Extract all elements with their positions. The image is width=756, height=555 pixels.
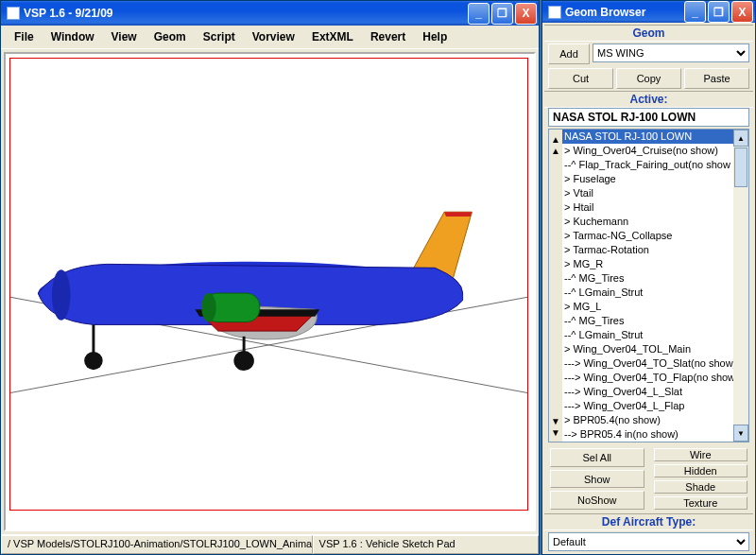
minimize-button[interactable]: _ xyxy=(684,1,706,23)
side-titlebar[interactable]: Geom Browser _ ❐ X xyxy=(542,1,755,23)
shade-button[interactable]: Shade xyxy=(654,480,748,494)
sketch-canvas-frame xyxy=(4,52,536,531)
list-item[interactable]: > MG_L xyxy=(562,300,733,314)
selall-button[interactable]: Sel All xyxy=(550,448,644,467)
list-item[interactable]: --^ LGmain_Strut xyxy=(562,328,733,342)
reorder-arrows: ▲ ▲ ▼ ▼ xyxy=(549,130,562,442)
list-item[interactable]: --^ MG_Tires xyxy=(562,271,733,286)
svg-point-11 xyxy=(84,352,103,370)
add-button[interactable]: Add xyxy=(548,43,590,64)
statusbar: / VSP Models/STOLRJ100-Animation/STOLRJ1… xyxy=(1,534,539,554)
menu-view[interactable]: View xyxy=(104,28,145,45)
main-titlebar[interactable]: VSP 1.6 - 9/21/09 _ ❐ X xyxy=(1,1,539,26)
geom-type-select[interactable]: MS WING xyxy=(593,43,749,62)
geom-list[interactable]: NASA STOL RJ-100 LOWN > Wing_Over04_Crui… xyxy=(562,130,733,442)
app-icon xyxy=(7,7,20,20)
active-geom-name: NASA STOL RJ-100 LOWN xyxy=(548,108,749,127)
double-up-icon[interactable]: ▲ xyxy=(550,133,561,145)
list-item[interactable]: > Tarmac-NG_Collapse xyxy=(562,229,733,243)
cut-button[interactable]: Cut xyxy=(548,68,613,89)
menu-file[interactable]: File xyxy=(7,28,42,45)
viewport[interactable] xyxy=(9,58,528,511)
up-icon[interactable]: ▲ xyxy=(550,145,561,156)
close-button[interactable]: X xyxy=(515,3,537,25)
wire-button[interactable]: Wire xyxy=(654,448,748,461)
list-item[interactable]: > Wing_Over04_Cruise(no show) xyxy=(562,144,733,158)
scrollbar[interactable]: ▲ ▼ xyxy=(733,130,748,442)
geom-browser-window: Geom Browser _ ❐ X Geom Add MS WING Cut … xyxy=(541,0,756,555)
scroll-thumb[interactable] xyxy=(734,147,747,187)
list-item[interactable]: ---> Wing_Over04_TO_Slat(no show) xyxy=(562,356,733,371)
menu-extxml[interactable]: ExtXML xyxy=(304,28,361,45)
section-geom-label: Geom xyxy=(544,25,753,42)
main-window: VSP 1.6 - 9/21/09 _ ❐ X File Window View… xyxy=(0,0,540,555)
list-item[interactable]: > BPR05.4(no show) xyxy=(562,413,733,427)
side-title: Geom Browser xyxy=(565,6,682,19)
scroll-down-icon[interactable]: ▼ xyxy=(733,425,748,442)
minimize-button[interactable]: _ xyxy=(468,3,490,25)
svg-marker-3 xyxy=(444,212,472,217)
status-path: / VSP Models/STOLRJ100-Animation/STOLRJ1… xyxy=(1,535,313,554)
def-aircraft-type-select[interactable]: Default xyxy=(548,532,749,551)
geom-tree: ▲ ▲ ▼ ▼ NASA STOL RJ-100 LOWN > Wing_Ove… xyxy=(548,129,749,442)
main-title: VSP 1.6 - 9/21/09 xyxy=(24,7,466,20)
list-item[interactable]: ---> Wing_Over04_TO_Flap(no show) xyxy=(562,371,733,385)
menu-vorview[interactable]: Vorview xyxy=(245,28,302,45)
list-item[interactable]: ---> Wing_Over04_L_Flap xyxy=(562,399,733,413)
close-button[interactable]: X xyxy=(731,1,753,23)
def-aircraft-type-label: Def Aircraft Type: xyxy=(544,513,753,530)
list-item[interactable]: > Kuchemann xyxy=(562,215,733,229)
app-icon xyxy=(548,6,561,19)
list-item[interactable]: NASA STOL RJ-100 LOWN xyxy=(562,130,733,144)
menu-help[interactable]: Help xyxy=(415,28,455,45)
texture-button[interactable]: Texture xyxy=(654,496,748,510)
list-item[interactable]: > Wing_Over04_TOL_Main xyxy=(562,342,733,356)
section-active-label: Active: xyxy=(544,91,753,108)
scroll-up-icon[interactable]: ▲ xyxy=(733,130,748,147)
hidden-button[interactable]: Hidden xyxy=(654,464,748,477)
list-item[interactable]: > MG_R xyxy=(562,257,733,271)
list-item[interactable]: --^ LGmain_Strut xyxy=(562,286,733,300)
list-item[interactable]: --^ Flap_Track_Fairing_out(no show xyxy=(562,158,733,172)
list-item[interactable]: ---> Wing_Over04_L_Slat xyxy=(562,385,733,399)
list-item[interactable]: > Fuselage xyxy=(562,172,733,186)
copy-button[interactable]: Copy xyxy=(616,68,681,89)
down-icon[interactable]: ▼ xyxy=(550,415,561,426)
menu-script[interactable]: Script xyxy=(196,28,243,45)
list-item[interactable]: > Tarmac-Rotation xyxy=(562,243,733,257)
svg-point-5 xyxy=(52,269,71,320)
paste-button[interactable]: Paste xyxy=(684,68,749,89)
svg-point-13 xyxy=(233,351,253,371)
status-app: VSP 1.6 : Vehicle Sketch Pad xyxy=(313,535,539,554)
aircraft-render xyxy=(10,59,527,510)
menu-geom[interactable]: Geom xyxy=(146,28,194,45)
list-item[interactable]: --^ MG_Tires xyxy=(562,314,733,328)
list-item[interactable]: > Vtail xyxy=(562,186,733,200)
maximize-button[interactable]: ❐ xyxy=(491,3,513,25)
noshow-button[interactable]: NoShow xyxy=(550,491,644,510)
menu-window[interactable]: Window xyxy=(43,28,102,45)
maximize-button[interactable]: ❐ xyxy=(708,1,730,23)
scroll-track[interactable] xyxy=(733,188,748,425)
list-item[interactable]: --> BPR05.4 in(no show) xyxy=(562,427,733,442)
menu-revert[interactable]: Revert xyxy=(363,28,413,45)
show-button[interactable]: Show xyxy=(550,470,644,489)
menubar: File Window View Geom Script Vorview Ext… xyxy=(1,26,539,49)
svg-point-9 xyxy=(201,293,216,322)
double-down-icon[interactable]: ▼ xyxy=(550,426,561,438)
list-item[interactable]: > Htail xyxy=(562,200,733,215)
